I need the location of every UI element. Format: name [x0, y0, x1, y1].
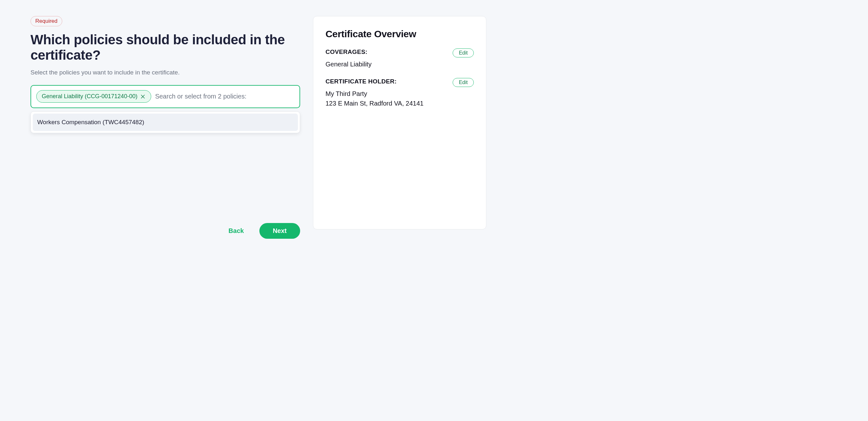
- certificate-holder-section: CERTIFICATE HOLDER: Edit My Third Party …: [326, 78, 474, 108]
- policy-search-input[interactable]: [155, 93, 294, 100]
- next-button[interactable]: Next: [259, 223, 300, 239]
- policy-multiselect[interactable]: General Liability (CCG-00171240-00): [31, 85, 300, 108]
- policy-option[interactable]: Workers Compensation (TWC4457482): [33, 114, 298, 131]
- certificate-holder-label: CERTIFICATE HOLDER:: [326, 78, 397, 85]
- certificate-holder-address: 123 E Main St, Radford VA, 24141: [326, 98, 474, 108]
- close-icon[interactable]: [140, 94, 146, 99]
- edit-coverages-button[interactable]: Edit: [453, 48, 474, 58]
- edit-certificate-holder-button[interactable]: Edit: [453, 78, 474, 87]
- page-subtitle: Select the policies you want to include …: [31, 69, 300, 76]
- certificate-holder-name: My Third Party: [326, 89, 474, 98]
- coverages-section: COVERAGES: Edit General Liability: [326, 48, 474, 69]
- coverages-value: General Liability: [326, 59, 474, 69]
- back-button[interactable]: Back: [222, 224, 250, 238]
- chip-label: General Liability (CCG-00171240-00): [42, 93, 137, 100]
- footer-actions: Back Next: [31, 223, 300, 239]
- sidebar-title: Certificate Overview: [326, 29, 474, 39]
- policy-dropdown: Workers Compensation (TWC4457482): [31, 111, 300, 133]
- certificate-overview-sidebar: Certificate Overview COVERAGES: Edit Gen…: [313, 16, 486, 229]
- required-badge: Required: [31, 16, 62, 26]
- selected-policy-chip: General Liability (CCG-00171240-00): [36, 90, 151, 103]
- page-title: Which policies should be included in the…: [31, 32, 300, 63]
- main-content: Required Which policies should be includ…: [31, 16, 300, 239]
- coverages-label: COVERAGES:: [326, 48, 368, 56]
